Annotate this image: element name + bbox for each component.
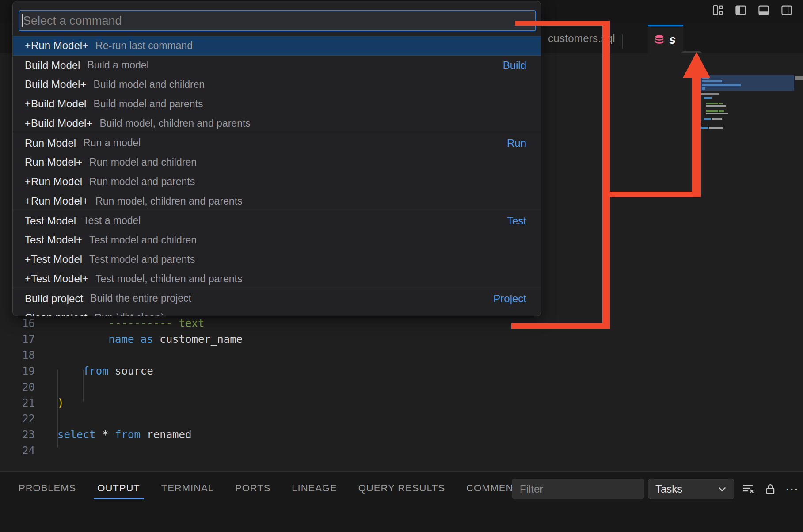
command-palette: +Run Model+Re-run last commandBuild Mode… [12, 1, 541, 316]
scrollbar-mark[interactable] [795, 76, 803, 80]
command-item[interactable]: +Test ModelTest model and parents [13, 250, 541, 269]
minimap-line [702, 80, 722, 82]
minimap-line [700, 127, 708, 129]
minimap-line [702, 76, 709, 79]
minimap-line [702, 87, 705, 90]
minimap[interactable] [699, 75, 794, 137]
code-text: ) [57, 397, 64, 409]
command-description: Test model and parents [89, 254, 195, 266]
command-label: +Build Model [25, 98, 86, 110]
code-line: 21) [0, 395, 243, 411]
command-description: Test model, children and parents [95, 273, 242, 285]
minimap-line [702, 84, 741, 86]
command-description: Run model, children and parents [95, 195, 242, 207]
minimap-line [712, 118, 722, 120]
line-number: 20 [0, 381, 35, 393]
toggle-primary-sidebar-icon[interactable] [734, 4, 747, 17]
bottom-panel: PROBLEMSOUTPUTTERMINALPORTSLINEAGEQUERY … [0, 471, 803, 532]
panel-actions: ⋯ [741, 479, 800, 499]
command-item[interactable]: Run Model+Run model and children [13, 152, 541, 172]
command-item[interactable]: Run ModelRun a modelRun [13, 133, 541, 152]
command-label: Build project [25, 293, 83, 305]
code-line: 22 [0, 411, 243, 427]
command-description: Run model and parents [89, 176, 195, 188]
panel-tab-output[interactable]: OUTPUT [96, 479, 141, 498]
command-description: Build model, children and parents [99, 118, 250, 129]
command-item[interactable]: Clean projectRun `dbt clean` [13, 308, 541, 316]
tasks-dropdown[interactable]: Tasks [648, 479, 734, 499]
panel-tab-query-results[interactable]: QUERY RESULTS [358, 479, 446, 498]
panel-tab-ports[interactable]: PORTS [234, 479, 271, 498]
command-description: Run `dbt clean` [94, 312, 164, 317]
command-description: Build model and parents [93, 98, 203, 110]
minimap-line [704, 118, 711, 120]
panel-tab-terminal[interactable]: TERMINAL [160, 479, 215, 498]
minimap-line [719, 103, 723, 104]
command-description: Build model and children [93, 79, 205, 91]
active-tab-label: s [669, 33, 676, 47]
minimap-line [706, 110, 718, 112]
command-category: Build [503, 59, 526, 72]
line-number: 16 [0, 317, 35, 330]
clear-output-button[interactable] [741, 482, 756, 497]
command-label: Test Model+ [25, 234, 82, 246]
code-text: name as customer_name [57, 333, 243, 346]
vscode-window: customers.sql s </> [0, 0, 803, 532]
command-item[interactable]: +Run Model+Re-run last command [13, 36, 541, 55]
command-item[interactable]: +Run ModelRun model and parents [13, 172, 541, 191]
line-number: 24 [0, 445, 35, 457]
command-label: Clean project [25, 312, 87, 316]
line-number: 23 [0, 429, 35, 441]
command-item[interactable]: +Build ModelBuild model and parents [13, 94, 541, 114]
customize-layout-icon[interactable] [711, 4, 724, 17]
panel-tab-lineage[interactable]: LINEAGE [291, 479, 338, 498]
code-line: 18 [0, 347, 243, 363]
tab-active-query[interactable]: s [648, 25, 683, 53]
minimap-line [699, 122, 701, 124]
code-line: 23select * from renamed [0, 427, 243, 443]
command-category: Project [493, 293, 526, 305]
tasks-label: Tasks [655, 483, 682, 495]
lock-scroll-button[interactable] [763, 482, 778, 497]
minimap-line [706, 105, 726, 107]
code-area: 16 ---------- text17 name as customer_na… [0, 315, 243, 459]
code-line: 20 [0, 379, 243, 395]
tab-customers-sql[interactable]: customers.sql [548, 23, 615, 53]
command-label: +Build Model+ [25, 117, 92, 129]
command-item[interactable]: Build projectBuild the entire projectPro… [13, 289, 541, 308]
command-item[interactable]: Test ModelTest a modelTest [13, 211, 541, 230]
command-category: Run [507, 137, 526, 149]
toggle-secondary-sidebar-icon[interactable] [780, 4, 793, 17]
panel-tab-problems[interactable]: PROBLEMS [18, 479, 77, 498]
tab-label: customers.sql [548, 32, 615, 45]
command-label: +Run Model [25, 175, 82, 188]
command-item[interactable]: Test Model+Test model and children [13, 230, 541, 250]
command-item[interactable]: Build ModelBuild a modelBuild [13, 55, 541, 75]
code-line: 17 name as customer_name [0, 331, 243, 347]
minimap-line [700, 93, 719, 95]
clear-output-icon [741, 482, 755, 496]
command-item[interactable]: +Build Model+Build model, children and p… [13, 114, 541, 133]
code-line: 24 [0, 443, 243, 459]
command-input[interactable] [23, 14, 535, 28]
command-item[interactable]: +Run Model+Run model, children and paren… [13, 191, 541, 211]
minimap-line [704, 97, 712, 99]
more-panel-actions-button[interactable]: ⋯ [785, 482, 800, 497]
command-input-wrap [19, 10, 536, 31]
command-description: Build the entire project [90, 293, 191, 304]
command-item[interactable]: +Test Model+Test model, children and par… [13, 269, 541, 289]
code-text: select * from renamed [57, 429, 191, 441]
filter-input[interactable] [512, 479, 644, 499]
command-category: Test [507, 215, 526, 227]
command-item[interactable]: Build Model+Build model and children [13, 75, 541, 94]
command-description: Build a model [87, 59, 148, 71]
toggle-panel-icon[interactable] [757, 4, 770, 17]
code-line: 16 ---------- text [0, 315, 243, 331]
line-number: 19 [0, 365, 35, 377]
layout-controls [711, 4, 793, 17]
command-label: Test Model [25, 215, 76, 227]
minimap-viewport [699, 75, 794, 91]
command-list: +Run Model+Re-run last commandBuild Mode… [13, 36, 541, 316]
lock-icon [764, 483, 777, 496]
command-label: +Run Model+ [25, 195, 88, 207]
